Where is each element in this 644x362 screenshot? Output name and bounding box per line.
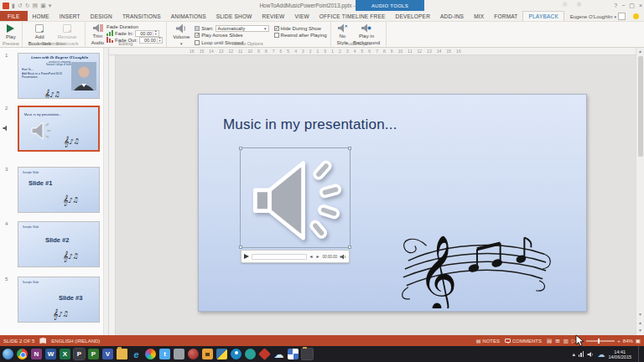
project-icon[interactable]: P [88, 349, 99, 359]
visio-icon[interactable]: V [102, 349, 113, 359]
scroll-down-icon[interactable]: ▼ [636, 312, 644, 317]
player-progress-bar[interactable] [252, 254, 307, 260]
tab-playback[interactable]: PLAYBACK [522, 11, 564, 21]
help-button[interactable]: ? [614, 3, 617, 8]
thumbnail-slide-4[interactable]: 4 Sample Slide Slide #2 𝄞♪♫ [0, 221, 104, 270]
network-app-icon[interactable] [245, 349, 256, 359]
scroll-up-icon[interactable]: ▲ [636, 49, 644, 54]
preview-icon[interactable]: ▣ [40, 3, 46, 9]
resize-handle[interactable] [239, 246, 242, 249]
scrollbar-thumb[interactable] [638, 56, 643, 157]
chrome-icon[interactable] [17, 349, 28, 359]
resize-handle[interactable] [348, 246, 351, 249]
remote-desktop-icon[interactable] [288, 349, 299, 359]
account-name[interactable]: Eugene O'Loughlin ▾ [570, 11, 626, 22]
player-play-button[interactable] [244, 254, 249, 259]
notes-toggle[interactable]: ▤ NOTES [476, 338, 500, 344]
start-dropdown[interactable]: Automatically ▾ [216, 25, 269, 32]
tray-expand-icon[interactable]: ▴ [572, 351, 575, 358]
open-folder-icon[interactable] [302, 349, 313, 359]
previous-slide-button[interactable]: ▲ [636, 321, 644, 325]
lock-app-icon[interactable] [202, 349, 213, 359]
color-wheel-app-icon[interactable] [145, 349, 156, 359]
slide-canvas[interactable]: Music in my presentation... [198, 94, 587, 312]
tab-animations[interactable]: ANIMATIONS [166, 11, 211, 21]
thumbnail-slide-1[interactable]: 1 Learn with Dr Eugene O'Loughlin Lectur… [0, 53, 104, 101]
language-indicator[interactable]: ENGLISH (IRELAND) [51, 339, 100, 344]
people-app-icon[interactable] [231, 349, 242, 359]
undo-icon[interactable]: ↺ [18, 3, 23, 9]
fit-to-window-button[interactable]: ▣ [636, 338, 641, 344]
checkbox-checked-icon[interactable] [274, 26, 279, 31]
feedback-icon[interactable] [633, 13, 639, 19]
audio-object-selection[interactable] [240, 147, 351, 248]
tab-developer[interactable]: DEVELOPER [390, 11, 435, 21]
save-icon[interactable]: ▮ [12, 3, 15, 9]
zoom-slider-thumb[interactable] [598, 339, 600, 344]
next-slide-button[interactable]: ▼ [636, 328, 644, 333]
volume-tray-icon[interactable] [587, 351, 594, 358]
new-slide-icon[interactable]: ▤ [33, 3, 39, 9]
word-icon[interactable]: W [45, 349, 56, 359]
player-back-button[interactable]: ◄ [309, 255, 314, 259]
tab-slide-show[interactable]: SLIDE SHOW [211, 11, 257, 21]
thumbnail-slide-5[interactable]: 5 Sample Slide Slide #3 𝄞♪♫ [0, 277, 104, 325]
qat-customize-icon[interactable]: ▾ [49, 3, 52, 9]
tab-mix[interactable]: MIX [469, 11, 489, 21]
checkbox-icon[interactable] [274, 33, 279, 38]
spell-check-icon[interactable] [39, 338, 46, 344]
powerpoint-app-icon[interactable] [3, 3, 9, 9]
excel-icon[interactable]: X [60, 349, 70, 359]
python-icon[interactable] [216, 349, 227, 359]
redo-icon[interactable]: ↻ [25, 3, 30, 9]
play-across-slides-option[interactable]: Play Across Slides [195, 33, 268, 39]
speaker-clipart[interactable] [244, 152, 348, 244]
tab-file[interactable]: FILE [0, 11, 28, 21]
zoom-out-button[interactable]: − [581, 339, 584, 344]
tab-format[interactable]: FORMAT [489, 11, 522, 21]
gray-app-icon[interactable] [174, 349, 184, 359]
tab-transitions[interactable]: TRANSITIONS [117, 11, 166, 21]
slideshow-button[interactable]: ▷ [572, 338, 576, 344]
media-app-icon[interactable] [188, 349, 199, 359]
checkbox-checked-icon[interactable] [195, 33, 200, 38]
internet-explorer-icon[interactable]: e [131, 349, 142, 359]
close-button[interactable]: × [639, 3, 642, 8]
powerpoint-taskbar-icon[interactable]: P [74, 349, 85, 359]
audio-player-bar[interactable]: ◄ ► 00:00.00 [241, 250, 350, 263]
thumbnail-slide-2[interactable]: 2 Music in my presentation... 𝄞♪♫ [0, 106, 104, 155]
zoom-in-button[interactable]: + [617, 339, 621, 344]
restore-button[interactable]: ▢ [629, 3, 635, 9]
network-icon[interactable] [579, 351, 584, 357]
fade-in-spinner[interactable]: 00.00 ▲▼ [135, 30, 158, 37]
reading-view-button[interactable]: ▥ [564, 338, 569, 344]
resize-handle[interactable] [239, 147, 242, 150]
rewind-after-playing-option[interactable]: Rewind after Playing [274, 33, 327, 39]
comments-toggle[interactable]: COMMENTS [505, 339, 542, 344]
tab-view[interactable]: VIEW [289, 11, 314, 21]
tab-home[interactable]: HOME [28, 11, 55, 21]
slide-sorter-view-button[interactable]: ⊞ [555, 338, 559, 344]
music-notes-clipart[interactable]: 𝄞 [393, 229, 551, 308]
normal-view-button[interactable]: ▤ [547, 338, 552, 344]
start-button[interactable] [3, 349, 13, 359]
tab-design[interactable]: DESIGN [86, 11, 117, 21]
spinner-arrows-icon[interactable]: ▲▼ [153, 30, 158, 36]
resize-handle[interactable] [348, 147, 351, 150]
play-button[interactable]: Play [3, 23, 18, 40]
slide-title[interactable]: Music in my presentation... [223, 116, 397, 133]
show-desktop-button[interactable] [638, 346, 641, 362]
onedrive-tray-icon[interactable]: ☁ [597, 350, 605, 359]
minimize-button[interactable]: − [621, 3, 625, 8]
thumbnail-slide-3[interactable]: 3 Sample Slide Slide #1 𝄞♪♫ [0, 167, 104, 215]
player-volume-icon[interactable] [340, 254, 346, 260]
onenote-icon[interactable]: N [31, 349, 42, 359]
vertical-scrollbar[interactable]: ▲ ▼ ▲ ▼ [636, 48, 644, 335]
diamond-app-icon[interactable] [258, 348, 271, 360]
system-clock[interactable]: 14:41 14/06/2015 [608, 349, 635, 359]
onedrive-icon[interactable]: ☁ [273, 349, 284, 359]
tab-insert[interactable]: INSERT [55, 11, 86, 21]
tab-office-timeline-free[interactable]: OFFICE TIMELINE FREE [314, 11, 391, 21]
player-forward-button[interactable]: ► [316, 255, 320, 259]
zoom-slider[interactable] [586, 340, 615, 342]
